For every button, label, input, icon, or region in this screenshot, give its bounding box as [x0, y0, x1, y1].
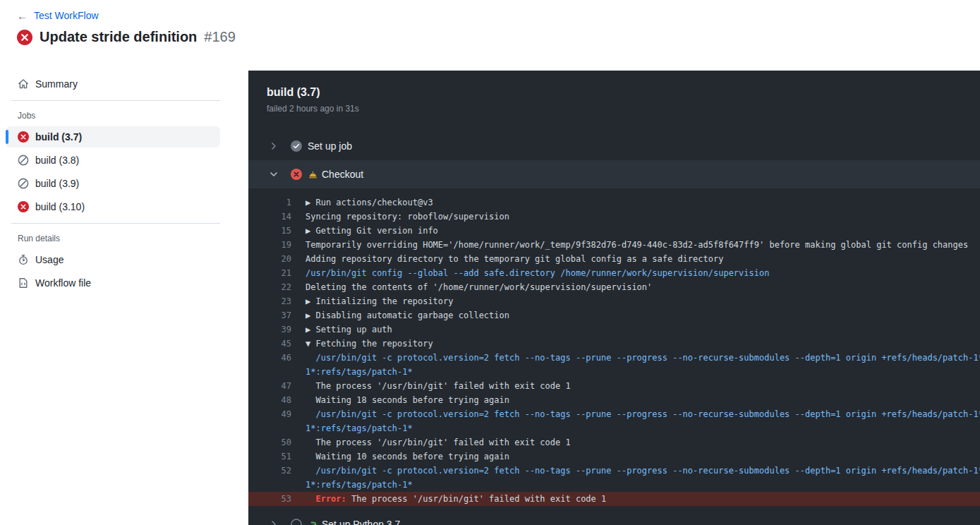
job-label: build (3.7): [35, 131, 82, 143]
x-circle-icon: [18, 201, 29, 212]
log-line: 39▶ Setting up auth: [248, 322, 980, 337]
back-link[interactable]: ← Test WorkFlow: [17, 10, 99, 21]
step-label: Set up Python 3.7: [322, 519, 400, 525]
line-number[interactable]: 45: [248, 337, 291, 351]
line-number[interactable]: 48: [248, 393, 291, 407]
sidebar-item-build-3.9[interactable]: build (3.9): [6, 173, 220, 194]
log-text: ▶ Getting Git version info: [291, 224, 980, 238]
jobs-section-header: Jobs: [6, 107, 220, 126]
sidebar-item-usage[interactable]: Usage: [6, 249, 220, 270]
run-detail-label: Workflow file: [35, 277, 91, 289]
step-label: Set up job: [308, 140, 352, 152]
log-line: 50 The process '/usr/bin/git' failed wit…: [248, 435, 980, 449]
sidebar-divider: [11, 223, 220, 224]
line-number: [248, 421, 291, 435]
jobs-list: build (3.7)build (3.8)build (3.9)build (…: [6, 126, 220, 217]
line-number[interactable]: 15: [248, 224, 291, 238]
log-text: Error: The process '/usr/bin/git' failed…: [291, 492, 980, 506]
log-text: ▶ Disabling automatic garbage collection: [291, 308, 980, 322]
back-arrow-icon: ←: [17, 11, 28, 21]
page-title: Update stride definition: [40, 29, 197, 45]
line-number[interactable]: 47: [248, 379, 291, 393]
job-title: build (3.7): [267, 86, 962, 99]
sidebar-item-workflow-file[interactable]: Workflow file: [6, 272, 220, 294]
run-number: #169: [204, 29, 236, 45]
chevron-down-icon[interactable]: [268, 169, 279, 180]
bell-emoji-icon: [308, 169, 318, 180]
step-set-up-job[interactable]: Set up job: [248, 132, 980, 160]
run-details-list: UsageWorkflow file: [6, 249, 220, 294]
sidebar-item-build-3.10[interactable]: build (3.10): [6, 196, 220, 217]
sidebar-divider: [11, 100, 220, 101]
line-number[interactable]: 52: [248, 464, 291, 478]
job-log-header: build (3.7) failed 2 hours ago in 31s: [248, 71, 980, 114]
log-text: Waiting 10 seconds before trying again: [291, 449, 980, 464]
log-line: 52 /usr/bin/git -c protocol.version=2 fe…: [248, 464, 980, 478]
workflow-file-icon: [18, 277, 29, 289]
x-circle-icon: [18, 131, 29, 143]
snake-emoji-icon: [308, 519, 318, 525]
log-text: /usr/bin/git -c protocol.version=2 fetch…: [291, 407, 980, 421]
log-text: ▼ Fetching the repository: [291, 337, 980, 351]
line-number[interactable]: 46: [248, 351, 291, 365]
step-set-up-python[interactable]: Set up Python 3.7: [248, 510, 980, 525]
job-label: build (3.9): [35, 178, 79, 189]
slash-circle-icon: [18, 155, 29, 166]
log-line: 51 Waiting 10 seconds before trying agai…: [248, 449, 980, 464]
error-label: Error:: [306, 494, 351, 504]
pending-circle-icon: [291, 519, 302, 525]
step-checkout[interactable]: Checkout: [248, 160, 980, 188]
chevron-right-icon[interactable]: [268, 519, 279, 525]
sidebar-item-summary[interactable]: Summary: [6, 73, 220, 95]
log-line: 15▶ Getting Git version info: [248, 224, 980, 238]
line-number[interactable]: 22: [248, 280, 291, 294]
log-text: The process '/usr/bin/git' failed with e…: [291, 379, 980, 393]
job-label: build (3.10): [35, 201, 85, 212]
log-line: 1*:refs/tags/patch-1*: [248, 365, 980, 379]
x-circle-icon: [291, 169, 302, 180]
line-number[interactable]: 1: [248, 195, 291, 210]
chevron-right-icon[interactable]: [268, 140, 279, 152]
line-number[interactable]: 53: [248, 492, 291, 506]
run-title-row: Update stride definition #169: [17, 29, 236, 45]
log-text: Deleting the contents of '/home/runner/w…: [291, 280, 980, 294]
line-number[interactable]: 49: [248, 407, 291, 421]
line-number[interactable]: 19: [248, 238, 291, 252]
log-line: 37▶ Disabling automatic garbage collecti…: [248, 308, 980, 322]
sidebar-summary-label: Summary: [35, 78, 78, 90]
sidebar-item-build-3.8[interactable]: build (3.8): [6, 150, 220, 171]
log-line: 46 /usr/bin/git -c protocol.version=2 fe…: [248, 351, 980, 365]
line-number[interactable]: 50: [248, 435, 291, 449]
log-text: Syncing repository: roboflow/supervision: [291, 210, 980, 224]
line-number[interactable]: 23: [248, 294, 291, 308]
job-status-meta: failed 2 hours ago in 31s: [267, 104, 962, 114]
home-icon: [18, 78, 29, 90]
log-text: 1*:refs/tags/patch-1*: [291, 478, 980, 492]
line-number[interactable]: 14: [248, 210, 291, 224]
line-number[interactable]: 21: [248, 266, 291, 280]
log-line: 23▶ Initializing the repository: [248, 294, 980, 308]
sidebar-item-build-3.7[interactable]: build (3.7): [6, 126, 220, 147]
line-number: [248, 478, 291, 492]
log-line: 45▼ Fetching the repository: [248, 337, 980, 351]
log-text: Adding repository directory to the tempo…: [291, 252, 980, 266]
line-number[interactable]: 20: [248, 252, 291, 266]
log-line: 47 The process '/usr/bin/git' failed wit…: [248, 379, 980, 393]
job-label: build (3.8): [35, 155, 79, 166]
line-number[interactable]: 51: [248, 449, 291, 464]
log-line: 1*:refs/tags/patch-1*: [248, 421, 980, 435]
log-line: 48 Waiting 18 seconds before trying agai…: [248, 393, 980, 407]
log-text: ▶ Run actions/checkout@v3: [291, 195, 980, 210]
job-log-panel: build (3.7) failed 2 hours ago in 31s Se…: [248, 71, 980, 525]
line-number[interactable]: 39: [248, 322, 291, 337]
back-link-label: Test WorkFlow: [34, 10, 99, 21]
log-line: 14Syncing repository: roboflow/supervisi…: [248, 210, 980, 224]
log-text: /usr/bin/git config --global --add safe.…: [291, 266, 980, 280]
log-line: 49 /usr/bin/git -c protocol.version=2 fe…: [248, 407, 980, 421]
line-number[interactable]: 37: [248, 308, 291, 322]
log-output: 1▶ Run actions/checkout@v314Syncing repo…: [248, 188, 980, 510]
log-text: The process '/usr/bin/git' failed with e…: [291, 435, 980, 449]
steps-list: Set up job Checkout 1▶ Run actions/check…: [248, 132, 980, 525]
log-line: 21/usr/bin/git config --global --add saf…: [248, 266, 980, 280]
log-text: Waiting 18 seconds before trying again: [291, 393, 980, 407]
